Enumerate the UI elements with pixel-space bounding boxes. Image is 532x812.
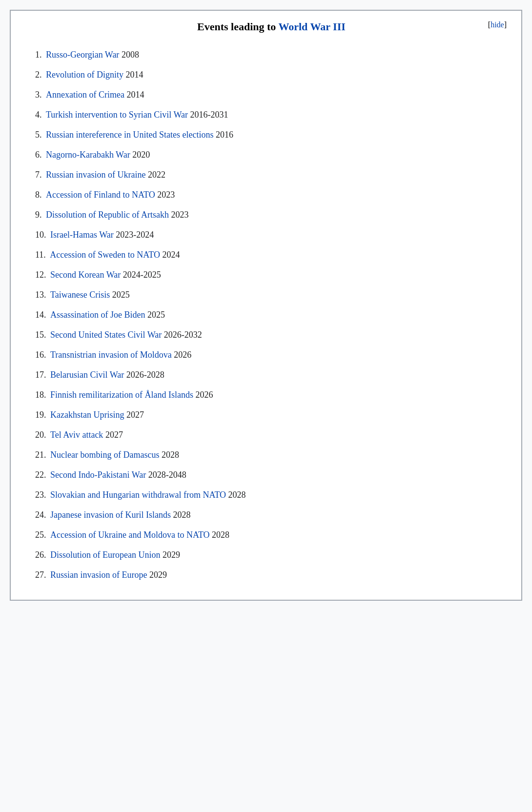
item-number: 19.	[35, 410, 48, 420]
item-link[interactable]: Israel-Hamas War	[50, 230, 114, 240]
list-item: 2. Revolution of Dignity 2014	[25, 65, 507, 85]
item-number: 17.	[35, 370, 48, 380]
item-number: 16.	[35, 350, 48, 360]
list-item: 3. Annexation of Crimea 2014	[25, 85, 507, 105]
list-item: 9. Dissolution of Republic of Artsakh 20…	[25, 205, 507, 225]
item-link[interactable]: Transnistrian invasion of Moldova	[50, 350, 172, 360]
item-link[interactable]: Dissolution of Republic of Artsakh	[46, 210, 169, 220]
list-item: 1. Russo-Georgian War 2008	[25, 45, 507, 65]
item-number: 3.	[35, 90, 44, 100]
list-item: 7. Russian invasion of Ukraine 2022	[25, 165, 507, 185]
item-link[interactable]: Annexation of Crimea	[46, 90, 124, 100]
toc-container: Events leading to World War III [hide] 1…	[10, 10, 522, 601]
item-link[interactable]: Accession of Sweden to NATO	[50, 250, 160, 260]
item-number: 23.	[35, 490, 48, 500]
item-number: 20.	[35, 430, 48, 440]
item-number: 8.	[35, 190, 44, 200]
list-item: 19. Kazakhstan Uprising 2027	[25, 405, 507, 425]
list-item: 17. Belarusian Civil War 2026-2028	[25, 365, 507, 385]
item-link[interactable]: Tel Aviv attack	[50, 430, 103, 440]
item-link[interactable]: Russo-Georgian War	[46, 50, 119, 60]
list-item: 24. Japanese invasion of Kuril Islands 2…	[25, 505, 507, 525]
item-number: 9.	[35, 210, 44, 220]
item-link[interactable]: Assassination of Joe Biden	[50, 310, 145, 320]
title-highlight: World War III	[278, 20, 345, 33]
item-link[interactable]: Turkish intervention to Syrian Civil War	[46, 110, 188, 120]
list-item: 22. Second Indo-Pakistani War 2028-2048	[25, 465, 507, 485]
item-number: 5.	[35, 130, 44, 140]
toc-list: 1. Russo-Georgian War 20082. Revolution …	[25, 45, 507, 585]
item-link[interactable]: Revolution of Dignity	[46, 70, 123, 80]
item-number: 25.	[35, 530, 48, 540]
item-link[interactable]: Dissolution of European Union	[50, 550, 160, 560]
item-number: 18.	[35, 390, 48, 400]
list-item: 15. Second United States Civil War 2026-…	[25, 325, 507, 345]
item-number: 10.	[35, 230, 48, 240]
list-item: 23. Slovakian and Hungarian withdrawal f…	[25, 485, 507, 505]
item-link[interactable]: Accession of Finland to NATO	[46, 190, 155, 200]
item-link[interactable]: Belarusian Civil War	[50, 370, 124, 380]
list-item: 10. Israel-Hamas War 2023-2024	[25, 225, 507, 245]
list-item: 16. Transnistrian invasion of Moldova 20…	[25, 345, 507, 365]
hide-control[interactable]: [hide]	[488, 20, 507, 29]
list-item: 20. Tel Aviv attack 2027	[25, 425, 507, 445]
item-link[interactable]: Slovakian and Hungarian withdrawal from …	[50, 490, 226, 500]
item-number: 13.	[35, 290, 48, 300]
list-item: 26. Dissolution of European Union 2029	[25, 545, 507, 565]
item-number: 24.	[35, 510, 48, 520]
list-item: 5. Russian intereference in United State…	[25, 125, 507, 145]
list-item: 6. Nagorno-Karabakh War 2020	[25, 145, 507, 165]
item-number: 7.	[35, 170, 44, 180]
hide-link[interactable]: hide	[491, 20, 504, 29]
item-number: 21.	[35, 450, 48, 460]
item-link[interactable]: Accession of Ukraine and Moldova to NATO	[50, 530, 210, 540]
item-link[interactable]: Finnish remilitarization of Åland Island…	[50, 390, 193, 400]
item-link[interactable]: Taiwanese Crisis	[50, 290, 110, 300]
item-link[interactable]: Japanese invasion of Kuril Islands	[50, 510, 171, 520]
item-number: 6.	[35, 150, 44, 160]
item-number: 22.	[35, 470, 48, 480]
list-item: 12. Second Korean War 2024-2025	[25, 265, 507, 285]
item-number: 2.	[35, 70, 44, 80]
title-prefix: Events leading to	[197, 20, 278, 33]
list-item: 18. Finnish remilitarization of Åland Is…	[25, 385, 507, 405]
item-link[interactable]: Nagorno-Karabakh War	[46, 150, 130, 160]
item-link[interactable]: Russian invasion of Europe	[50, 570, 147, 580]
list-item: 8. Accession of Finland to NATO 2023	[25, 185, 507, 205]
list-item: 27. Russian invasion of Europe 2029	[25, 565, 507, 585]
list-item: 14. Assassination of Joe Biden 2025	[25, 305, 507, 325]
list-item: 21. Nuclear bombing of Damascus 2028	[25, 445, 507, 465]
item-link[interactable]: Nuclear bombing of Damascus	[50, 450, 159, 460]
list-item: 4. Turkish intervention to Syrian Civil …	[25, 105, 507, 125]
item-link[interactable]: Second Korean War	[50, 270, 121, 280]
list-item: 11. Accession of Sweden to NATO 2024	[25, 245, 507, 265]
item-link[interactable]: Russian invasion of Ukraine	[46, 170, 145, 180]
item-number: 14.	[35, 310, 48, 320]
item-link[interactable]: Russian intereference in United States e…	[46, 130, 213, 140]
item-number: 12.	[35, 270, 48, 280]
item-number: 1.	[35, 50, 44, 60]
item-number: 11.	[35, 250, 48, 260]
item-number: 27.	[35, 570, 48, 580]
item-number: 26.	[35, 550, 48, 560]
item-link[interactable]: Kazakhstan Uprising	[50, 410, 124, 420]
toc-title: Events leading to World War III	[55, 20, 488, 33]
item-number: 15.	[35, 330, 48, 340]
item-number: 4.	[35, 110, 44, 120]
list-item: 25. Accession of Ukraine and Moldova to …	[25, 525, 507, 545]
toc-header: Events leading to World War III [hide]	[25, 20, 507, 36]
item-link[interactable]: Second Indo-Pakistani War	[50, 470, 146, 480]
list-item: 13. Taiwanese Crisis 2025	[25, 285, 507, 305]
item-link[interactable]: Second United States Civil War	[50, 330, 162, 340]
